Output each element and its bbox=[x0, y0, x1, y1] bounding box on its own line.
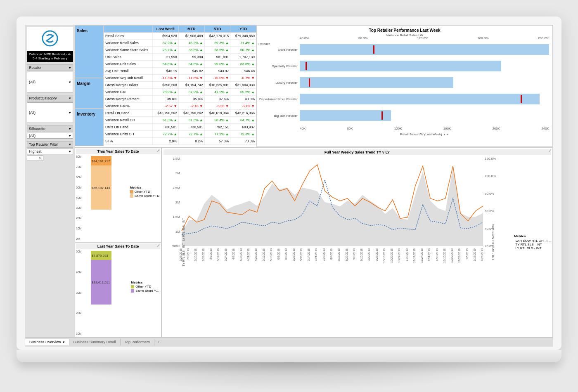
chevron-down-icon: ▾ bbox=[69, 149, 71, 153]
chevron-down-icon: ▾ bbox=[63, 340, 65, 344]
svg-text:2/10/2018: 2/10/2018 bbox=[194, 248, 197, 261]
svg-text:1.5M: 1.5M bbox=[173, 215, 180, 219]
product-category-filter-label[interactable]: ProductCategory▾ bbox=[27, 95, 73, 102]
table-row: Retail On Hand$43,790,262$43,790,262$48,… bbox=[104, 110, 256, 117]
top-retailer-dropdown[interactable]: Highest▾ bbox=[27, 149, 73, 154]
chevron-down-icon: ▾ bbox=[69, 80, 71, 84]
svg-text:1/19/2019: 1/19/2019 bbox=[473, 248, 476, 261]
svg-text:12/15/2018: 12/15/2018 bbox=[443, 248, 446, 263]
svg-text:4/28/2018: 4/28/2018 bbox=[254, 248, 257, 261]
bar-row: Shoe Retailer bbox=[300, 41, 549, 58]
table-row: Variance Avg Unit Retail-11.3% ▼-11.8% ▼… bbox=[104, 75, 256, 82]
svg-text:3M: 3M bbox=[175, 171, 180, 175]
section-labels: Sales Margin Inventory bbox=[75, 25, 104, 147]
silhouette-filter-label[interactable]: Silhouette▾ bbox=[27, 125, 73, 132]
expand-icon[interactable]: ⤢ bbox=[548, 149, 552, 153]
svg-text:9/29/2018: 9/29/2018 bbox=[375, 248, 378, 261]
svg-text:7/21/2018: 7/21/2018 bbox=[315, 248, 317, 261]
svg-text:60.0%: 60.0% bbox=[485, 209, 494, 213]
svg-text:7/14/2018: 7/14/2018 bbox=[307, 248, 310, 261]
svg-text:5/19/2018: 5/19/2018 bbox=[270, 248, 272, 261]
table-row: Retail Sales$994,928$2,906,489$43,176,31… bbox=[104, 33, 256, 40]
svg-text:9/15/2018: 9/15/2018 bbox=[360, 248, 363, 261]
product-category-dropdown[interactable]: (All)▾ bbox=[27, 102, 73, 123]
retailer-dropdown[interactable]: (All)▾ bbox=[27, 72, 73, 92]
retailer-filter-label[interactable]: Retailer▾ bbox=[27, 64, 73, 71]
svg-text:9/22/2018: 9/22/2018 bbox=[367, 248, 370, 261]
table-row: Variance Retail Sales37.2% ▲45.2% ▲69.3%… bbox=[104, 40, 256, 47]
svg-text:2M: 2M bbox=[175, 201, 180, 204]
sps-logo-icon bbox=[41, 29, 59, 47]
svg-text:12/8/2018: 12/8/2018 bbox=[436, 248, 438, 261]
svg-text:4/7/2018: 4/7/2018 bbox=[232, 248, 235, 260]
svg-text:4/14/2018: 4/14/2018 bbox=[239, 248, 242, 261]
svg-text:12/29/2018: 12/29/2018 bbox=[458, 248, 461, 263]
svg-text:6/23/2018: 6/23/2018 bbox=[292, 248, 295, 261]
calendar-badge: Calendar: NRF Restated - 4-5-4 Starting … bbox=[27, 51, 73, 62]
tab-business-summary-detail[interactable]: Business Summary Detail bbox=[69, 339, 121, 345]
svg-text:6/2/2018: 6/2/2018 bbox=[277, 248, 280, 260]
svg-text:4/21/2018: 4/21/2018 bbox=[247, 248, 250, 261]
svg-text:1/5/2019: 1/5/2019 bbox=[466, 248, 469, 260]
svg-text:3/3/2018: 3/3/2018 bbox=[209, 248, 212, 260]
svg-text:100.0%: 100.0% bbox=[485, 174, 496, 178]
table-row: Unit Sales21,55855,390981,8911,707,139 bbox=[104, 54, 256, 61]
table-row: Variance Retail OH61.3% ▲61.3% ▲58.4% ▲6… bbox=[104, 117, 256, 124]
svg-text:2/3/2018: 2/3/2018 bbox=[187, 248, 190, 260]
section-inventory: Inventory bbox=[75, 109, 104, 146]
table-row: Gross Margin Percent39.8%35.9%37.6%40.3% bbox=[104, 96, 256, 103]
section-sales: Sales bbox=[75, 25, 104, 78]
expand-icon[interactable]: ⤢ bbox=[157, 149, 160, 153]
svg-text:120.0%: 120.0% bbox=[485, 157, 496, 161]
svg-text:2.5M: 2.5M bbox=[173, 186, 180, 190]
table-row: Units On Hand730,501730,501792,151693,93… bbox=[104, 124, 256, 131]
svg-text:2/24/2018: 2/24/2018 bbox=[202, 248, 205, 261]
svg-text:5/12/2018: 5/12/2018 bbox=[262, 248, 265, 261]
svg-text:6/30/2018: 6/30/2018 bbox=[300, 248, 303, 261]
y-axis-label: Retailer bbox=[258, 42, 270, 46]
metrics-table: Last WeekMTDSTDYTDRetail Sales$994,928$2… bbox=[104, 25, 256, 147]
add-tab-button[interactable]: + bbox=[154, 339, 163, 345]
weekly-trend-chart: Full Year Weekly Sales Trend TY v LY ⤢ T… bbox=[161, 147, 553, 337]
svg-text:3.5M: 3.5M bbox=[173, 157, 180, 161]
bar-row: Department Store Retailer bbox=[300, 91, 549, 107]
svg-text:10/20/2018: 10/20/2018 bbox=[390, 248, 393, 263]
tab-business-overview[interactable]: Business Overview▾ bbox=[25, 339, 69, 345]
tab-top-performers[interactable]: Top Performers bbox=[121, 339, 155, 345]
table-row: Variance GM %-2.57 ▼-2.18 ▼-5.55 ▼-2.82 … bbox=[104, 103, 256, 110]
svg-text:12/22/2018: 12/22/2018 bbox=[450, 248, 453, 263]
bar-row: Big Box Retailer bbox=[300, 107, 549, 124]
svg-text:8/4/2018: 8/4/2018 bbox=[330, 248, 333, 260]
sort-icon[interactable]: ▲▼ bbox=[443, 133, 449, 136]
svg-text:8/18/2018: 8/18/2018 bbox=[337, 248, 340, 261]
top-retailer-chart: Top Retailer Performance Last Week Varia… bbox=[256, 25, 553, 147]
worksheet-tabs: Business Overview▾ Business Summary Deta… bbox=[25, 337, 553, 346]
expand-icon[interactable]: ⤢ bbox=[157, 243, 160, 248]
svg-text:500K: 500K bbox=[172, 244, 180, 248]
top-retailer-count-input[interactable]: 5 bbox=[27, 155, 43, 161]
svg-text:1/26/2019: 1/26/2019 bbox=[481, 248, 483, 261]
chevron-down-icon: ▾ bbox=[69, 127, 71, 131]
table-row: Variance Same Store Sales25.7% ▲38.6% ▲5… bbox=[104, 47, 256, 54]
table-row: Variance Units OH72.7% ▲72.7% ▲77.2% ▲72… bbox=[104, 131, 256, 138]
silhouette-dropdown[interactable]: (All)▾ bbox=[27, 133, 73, 139]
top-retailer-filter-label[interactable]: Top Retailer Filter▾ bbox=[27, 141, 73, 148]
svg-text:7/28/2018: 7/28/2018 bbox=[322, 248, 325, 261]
table-row: Gross Margin Dollars$396,268$1,194,742$1… bbox=[104, 82, 256, 89]
chevron-down-icon: ▾ bbox=[69, 66, 71, 70]
table-row: Avg Unit Retail$46.15$45.82$43.97$46.48 bbox=[104, 68, 256, 75]
sidebar: Calendar: NRF Restated - 4-5-4 Starting … bbox=[25, 25, 75, 337]
chevron-down-icon: ▾ bbox=[69, 134, 71, 138]
svg-text:3/17/2018: 3/17/2018 bbox=[217, 248, 220, 261]
bar-row: Luxury Retailer bbox=[300, 74, 549, 91]
section-margin: Margin bbox=[75, 78, 104, 109]
table-row: ST%2.9%8.2%57.3%70.0% bbox=[104, 138, 256, 145]
chevron-down-icon: ▾ bbox=[69, 142, 71, 146]
bar-row: Specialty Retailer bbox=[300, 58, 549, 74]
chart-title: Top Retailer Performance Last Week bbox=[258, 27, 551, 33]
chevron-down-icon: ▾ bbox=[69, 111, 71, 115]
svg-text:12/1/2018: 12/1/2018 bbox=[428, 248, 431, 261]
svg-text:1M: 1M bbox=[175, 230, 180, 234]
svg-text:11/3/2018: 11/3/2018 bbox=[405, 248, 408, 261]
svg-text:10/27/2018: 10/27/2018 bbox=[398, 248, 400, 263]
